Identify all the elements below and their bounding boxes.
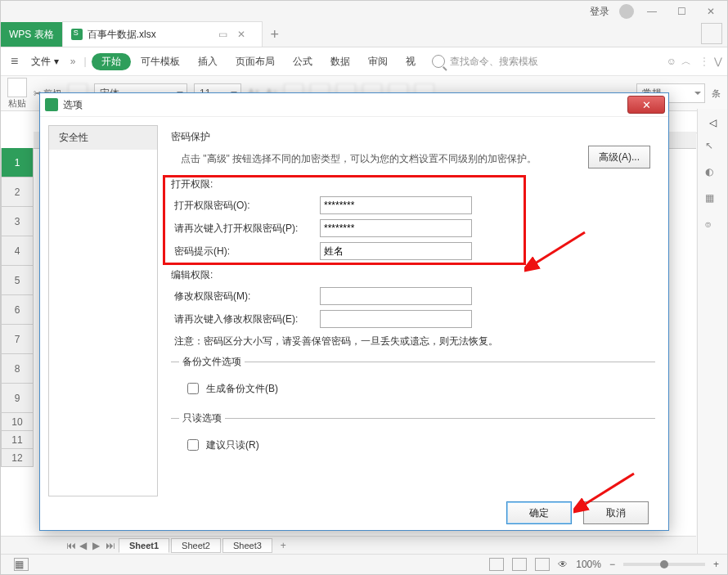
- keypad-icon[interactable]: ▦: [14, 558, 29, 571]
- row-header[interactable]: 8: [1, 354, 34, 384]
- edit-password-confirm-input[interactable]: [320, 310, 472, 328]
- dialog-footer: 确定 取消: [40, 496, 668, 530]
- app-tab[interactable]: WPS 表格: [1, 22, 62, 47]
- tab-presentation-icon[interactable]: ▭: [218, 29, 227, 40]
- chevron-down-icon[interactable]: ⋁: [714, 56, 722, 67]
- menu-template[interactable]: 可牛模板: [133, 55, 188, 69]
- spreadsheet-icon: [45, 98, 58, 111]
- row-header[interactable]: 2: [1, 177, 34, 207]
- view-normal-icon[interactable]: [489, 558, 504, 571]
- row-header[interactable]: 1: [1, 148, 34, 177]
- zoom-slider[interactable]: [623, 563, 705, 566]
- edit-permission-group: 编辑权限: 修改权限密码(M): 请再次键入修改权限密码(E): 注意：密码区分…: [171, 268, 655, 348]
- nav-item-security[interactable]: 安全性: [49, 126, 157, 150]
- dialog-close-button[interactable]: ✕: [627, 96, 665, 114]
- sheet-nav-first-icon[interactable]: ⏮: [66, 540, 78, 551]
- menu-formula[interactable]: 公式: [285, 55, 321, 69]
- row-header[interactable]: 5: [1, 266, 34, 295]
- row-header[interactable]: 9: [1, 384, 34, 413]
- edit-password-label: 修改权限密码(M):: [171, 290, 313, 303]
- conditional-format-button[interactable]: 条: [712, 88, 721, 100]
- tab-close-icon[interactable]: ✕: [237, 29, 245, 40]
- sidebar-toggle-icon[interactable]: ◁: [709, 117, 717, 128]
- row-header[interactable]: 3: [1, 207, 34, 236]
- spreadsheet-icon: [71, 29, 83, 40]
- maximize-button[interactable]: ☐: [670, 3, 693, 20]
- sheet-tab-bar: ⏮ ◀ ▶ ⏭ Sheet1 Sheet2 Sheet3 +: [1, 536, 696, 555]
- options-dialog: 选项 ✕ 安全性 密码保护 点击 "高级" 按钮选择不同的加密类型，可以为您的文…: [39, 92, 669, 531]
- app-window: 登录 — ☐ ✕ WPS 表格 百事牛数据.xlsx ▭ ✕ + ≡ 文件 ▾ …: [0, 0, 728, 575]
- sheet-tab[interactable]: Sheet1: [119, 538, 169, 553]
- advanced-button[interactable]: 高级(A)...: [588, 146, 650, 168]
- document-tab[interactable]: 百事牛数据.xlsx ▭ ✕: [62, 21, 263, 47]
- sheet-nav-prev-icon[interactable]: ◀: [79, 540, 91, 551]
- menu-view[interactable]: 视: [398, 55, 424, 69]
- select-icon[interactable]: ↖: [705, 140, 720, 155]
- readonly-checkbox[interactable]: [187, 439, 199, 451]
- view-page-icon[interactable]: [512, 558, 527, 571]
- password-hint-text: 点击 "高级" 按钮选择不同的加密类型，可以为您的文档设置不同级别的加密保护。: [181, 152, 655, 166]
- sheet-tab[interactable]: Sheet3: [222, 538, 272, 553]
- hamburger-icon[interactable]: ≡: [6, 54, 23, 69]
- dialog-titlebar[interactable]: 选项 ✕: [40, 93, 668, 117]
- window-list-icon[interactable]: [701, 23, 722, 44]
- dialog-nav: 安全性: [48, 125, 158, 496]
- menu-bar: ≡ 文件 ▾ » | 开始 可牛模板 插入 页面布局 公式 数据 审阅 视 查找…: [1, 47, 727, 76]
- open-password-input[interactable]: [320, 196, 472, 214]
- tool-icon[interactable]: ▦: [705, 192, 720, 207]
- row-header[interactable]: 4: [1, 236, 34, 266]
- search-icon: [432, 55, 445, 68]
- login-link[interactable]: 登录: [590, 5, 609, 19]
- right-sidebar: ◁ ↖ ◐ ▦ ⌾: [697, 109, 727, 555]
- zoom-out-button[interactable]: −: [609, 559, 615, 570]
- sheet-tab[interactable]: Sheet2: [171, 538, 221, 553]
- zoom-value[interactable]: 100%: [576, 559, 601, 570]
- cancel-button[interactable]: 取消: [583, 501, 649, 524]
- dialog-content: 密码保护 点击 "高级" 按钮选择不同的加密类型，可以为您的文档设置不同级别的加…: [158, 117, 668, 496]
- row-header[interactable]: 11: [1, 431, 34, 449]
- clock-icon[interactable]: ◐: [705, 166, 720, 181]
- new-tab-button[interactable]: +: [263, 22, 287, 47]
- menu-insert[interactable]: 插入: [190, 55, 226, 69]
- edit-password-confirm-label: 请再次键入修改权限密码(E):: [171, 312, 313, 326]
- add-sheet-button[interactable]: +: [274, 540, 293, 551]
- zoom-in-button[interactable]: +: [713, 559, 719, 570]
- collapse-ribbon-icon[interactable]: ︿: [678, 55, 694, 69]
- menu-file[interactable]: 文件 ▾: [25, 55, 65, 69]
- menu-start[interactable]: 开始: [92, 53, 131, 70]
- view-break-icon[interactable]: [535, 558, 550, 571]
- menu-overflow-icon[interactable]: »: [67, 56, 79, 67]
- menu-data[interactable]: 数据: [322, 55, 358, 69]
- row-header[interactable]: 6: [1, 295, 34, 325]
- ok-button[interactable]: 确定: [506, 501, 572, 524]
- menu-review[interactable]: 审阅: [360, 55, 396, 69]
- paste-button[interactable]: 粘贴: [7, 78, 27, 110]
- eye-icon[interactable]: 👁: [558, 559, 568, 570]
- tool-icon-2[interactable]: ⌾: [705, 218, 720, 233]
- row-header[interactable]: 12: [1, 449, 34, 467]
- search-placeholder: 查找命令、搜索模板: [450, 55, 538, 69]
- edit-password-input[interactable]: [320, 287, 472, 305]
- readonly-checkbox-label: 建议只读(R): [206, 438, 259, 452]
- password-hint-input[interactable]: [320, 242, 472, 260]
- sheet-nav-last-icon[interactable]: ⏭: [106, 540, 117, 551]
- open-permission-group: 打开权限: 打开权限密码(O): 请再次键入打开权限密码(P): 密码提示(H)…: [171, 177, 655, 260]
- dialog-title: 选项: [63, 98, 83, 112]
- smiley-icon[interactable]: ☺: [667, 56, 676, 67]
- menu-page-layout[interactable]: 页面布局: [227, 55, 283, 69]
- command-search[interactable]: 查找命令、搜索模板: [432, 55, 665, 69]
- readonly-legend: 只读选项: [179, 411, 225, 425]
- backup-legend: 备份文件选项: [179, 355, 245, 369]
- row-header[interactable]: 7: [1, 325, 34, 354]
- avatar-icon[interactable]: [619, 4, 634, 19]
- row-header[interactable]: 10: [1, 413, 34, 431]
- open-password-confirm-input[interactable]: [320, 219, 472, 237]
- document-tab-label: 百事牛数据.xlsx: [88, 28, 156, 42]
- password-note: 注意：密码区分大小写，请妥善保管密码，一旦丢失或遗忘，则无法恢复。: [174, 335, 655, 348]
- backup-group: 备份文件选项 生成备份文件(B): [171, 355, 655, 405]
- window-titlebar: 登录 — ☐ ✕: [1, 1, 727, 22]
- minimize-button[interactable]: —: [640, 3, 663, 20]
- backup-checkbox[interactable]: [187, 383, 199, 394]
- sheet-nav-next-icon[interactable]: ▶: [92, 540, 104, 551]
- close-window-button[interactable]: ✕: [699, 3, 722, 20]
